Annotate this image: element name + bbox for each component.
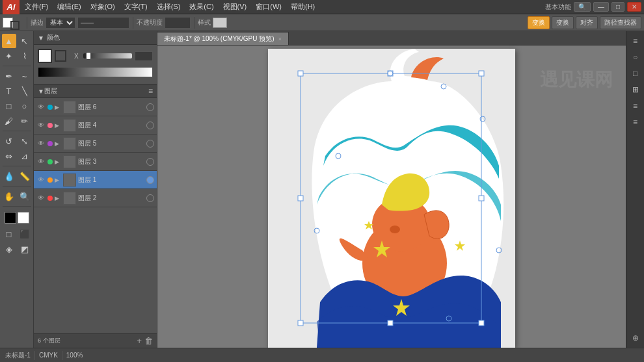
color-spectrum-bar[interactable] — [38, 67, 153, 77]
menu-edit[interactable]: 编辑(E) — [53, 1, 85, 13]
layer-item[interactable]: 👁 ▶ 图层 2 — [34, 189, 157, 207]
layer-item[interactable]: 👁 ▶ 图层 5 — [34, 135, 157, 153]
add-layer-btn[interactable]: + — [137, 336, 142, 346]
pathfinder-btn[interactable]: 路径查找器 — [600, 16, 641, 29]
layer-color-indicator — [47, 123, 53, 128]
layer-visibility-btn[interactable]: 👁 — [36, 157, 46, 166]
right-panel-btn-3[interactable]: ⊞ — [628, 83, 643, 97]
svg-rect-10 — [479, 71, 484, 76]
menu-view[interactable]: 视图(V) — [219, 1, 251, 13]
menu-window[interactable]: 窗口(W) — [252, 1, 286, 13]
fill-color-box[interactable] — [38, 49, 52, 63]
svg-rect-15 — [298, 196, 303, 201]
layer-visibility-btn[interactable]: 👁 — [36, 121, 46, 130]
menu-effect[interactable]: 效果(C) — [185, 1, 217, 13]
layer-visibility-btn[interactable]: 👁 — [36, 175, 46, 185]
pencil-tool[interactable]: ✏ — [18, 114, 32, 128]
align-btn[interactable]: 对齐 — [576, 16, 598, 29]
menu-help[interactable]: 帮助(H) — [287, 1, 319, 13]
color-panel-header[interactable]: ▼ 颜色 — [34, 31, 157, 45]
top-menu-bar: Ai 文件(F) 编辑(E) 对象(O) 文字(T) 选择(S) 效果(C) 视… — [0, 0, 644, 14]
canvas-tab-main[interactable]: 未标题-1* @ 100% (CMYK/GPU 预览) × — [157, 32, 289, 45]
layer-target-btn[interactable] — [146, 194, 154, 202]
eyedropper-tool[interactable]: 💧 — [2, 169, 16, 183]
scale-tool[interactable]: ⤡ — [18, 134, 32, 148]
right-panel-btn-0[interactable]: ≡ — [628, 34, 643, 48]
magic-wand-tool[interactable]: ✦ — [2, 49, 16, 63]
layer-visibility-btn[interactable]: 👁 — [36, 194, 46, 203]
style-swatch[interactable] — [213, 18, 227, 28]
layer-expand-btn[interactable]: ▶ — [55, 177, 61, 183]
layer-visibility-btn[interactable]: 👁 — [36, 103, 46, 112]
x-color-value[interactable]: 0 — [135, 51, 153, 61]
right-panel-btn-2[interactable]: □ — [628, 66, 643, 81]
artboard[interactable] — [268, 49, 515, 348]
stroke-swatch[interactable] — [10, 21, 20, 30]
canvas-area[interactable]: 未标题-1* @ 100% (CMYK/GPU 预览) × 遇见课网 — [157, 31, 626, 348]
layer-visibility-btn[interactable]: 👁 — [36, 139, 46, 148]
pen-tool[interactable]: ✒ — [2, 69, 16, 83]
layer-expand-btn[interactable]: ▶ — [55, 195, 61, 201]
selection-tool[interactable]: ▲ — [2, 34, 16, 48]
recolor-btn[interactable]: 变换 — [528, 16, 550, 29]
menu-file[interactable]: 文件(F) — [21, 1, 52, 13]
svg-rect-12 — [479, 320, 484, 326]
delete-layer-btn[interactable]: 🗑 — [144, 336, 153, 346]
search-bar-btn[interactable]: 🔍 — [574, 2, 591, 12]
x-color-slider[interactable] — [83, 53, 132, 58]
minimize-btn[interactable]: — — [593, 2, 609, 12]
screen-mode-btn[interactable]: ⬛ — [18, 227, 32, 241]
zoom-tool[interactable]: 🔍 — [18, 189, 32, 203]
right-panel-btn-6[interactable]: ⊕ — [628, 331, 643, 345]
layer-expand-btn[interactable]: ▶ — [55, 104, 61, 110]
measure-tool[interactable]: 📏 — [18, 169, 32, 183]
lasso-tool[interactable]: ⌇ — [18, 49, 32, 63]
maximize-btn[interactable]: □ — [611, 2, 624, 12]
reflect-tool[interactable]: ⇔ — [2, 149, 16, 163]
background-color[interactable] — [18, 212, 29, 224]
layer-expand-btn[interactable]: ▶ — [55, 159, 61, 165]
line-tool[interactable]: ╲ — [18, 84, 32, 98]
layers-menu-btn[interactable]: ≡ — [148, 86, 153, 96]
layer-target-btn[interactable] — [146, 158, 154, 166]
layer-target-btn[interactable] — [146, 103, 154, 111]
menu-select[interactable]: 选择(S) — [153, 1, 185, 13]
rotate-tool[interactable]: ↺ — [2, 134, 16, 148]
layer-item[interactable]: 👁 ▶ 图层 6 — [34, 98, 157, 116]
transform-btn[interactable]: 变换 — [552, 16, 574, 29]
right-panel-btn-4[interactable]: ≡ — [628, 99, 643, 113]
layer-target-btn[interactable] — [146, 176, 154, 184]
stroke-select[interactable]: 基本 — [46, 17, 75, 29]
layer-target-btn[interactable] — [146, 122, 154, 129]
layer-expand-btn[interactable]: ▶ — [55, 140, 61, 147]
normal-mode-btn[interactable]: □ — [2, 227, 16, 241]
right-panel-btn-1[interactable]: ○ — [628, 50, 643, 64]
artboard-container[interactable]: 遇见课网 — [157, 48, 626, 348]
layers-expand-icon: ▼ — [38, 88, 44, 95]
layer-expand-btn[interactable]: ▶ — [55, 122, 61, 129]
menu-object[interactable]: 对象(O) — [87, 1, 119, 13]
layer-item[interactable]: 👁 ▶ 图层 3 — [34, 153, 157, 171]
color-expand-icon: ▼ — [38, 34, 44, 42]
shear-tool[interactable]: ⊿ — [18, 149, 32, 163]
paintbrush-tool[interactable]: 🖌 — [2, 114, 16, 128]
stroke-style-input[interactable] — [77, 17, 129, 29]
canvas-tab-close[interactable]: × — [278, 36, 282, 42]
close-btn[interactable]: ✕ — [627, 2, 641, 12]
right-panel-btn-5[interactable]: ≡ — [628, 115, 643, 129]
rect-tool[interactable]: □ — [2, 99, 16, 113]
foreground-color[interactable] — [5, 212, 16, 224]
direct-select-tool[interactable]: ↖ — [18, 34, 32, 48]
opacity-input[interactable]: 100% — [165, 17, 191, 29]
hand-tool[interactable]: ✋ — [2, 189, 16, 203]
draw-behind-btn[interactable]: ◩ — [18, 242, 32, 256]
layer-target-btn[interactable] — [146, 140, 154, 148]
text-tool[interactable]: T — [2, 84, 16, 98]
curvature-tool[interactable]: ~ — [18, 69, 32, 83]
menu-text[interactable]: 文字(T) — [120, 1, 152, 13]
layer-item[interactable]: 👁 ▶ 图层 1 — [34, 171, 157, 189]
stroke-color-box[interactable] — [55, 50, 66, 62]
layer-item[interactable]: 👁 ▶ 图层 4 — [34, 116, 157, 135]
draw-normal-btn[interactable]: ◈ — [2, 242, 16, 256]
ellipse-tool[interactable]: ○ — [18, 99, 32, 113]
